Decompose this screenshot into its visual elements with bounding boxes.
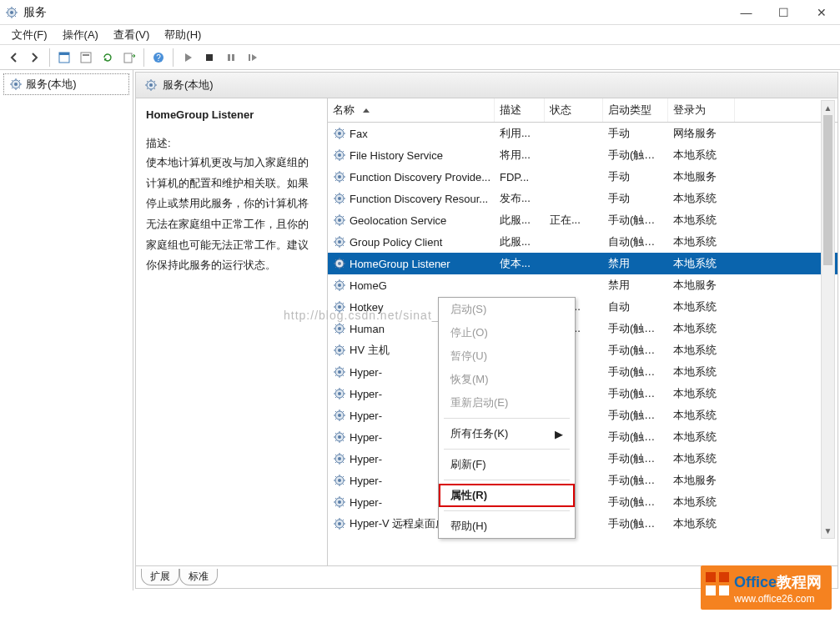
gear-icon bbox=[333, 344, 346, 357]
service-row[interactable]: Hyper- 手动(触发... 本地系统 bbox=[328, 491, 837, 513]
service-logon-cell: 本地系统 bbox=[668, 254, 735, 273]
service-row[interactable]: Fax 利用... 手动 网络服务 bbox=[328, 123, 837, 144]
pause-service-button[interactable] bbox=[221, 48, 241, 68]
column-description[interactable]: 描述 bbox=[495, 98, 545, 122]
service-row[interactable]: Hyper- 手动(触发... 本地系统 bbox=[328, 361, 837, 383]
menu-view[interactable]: 查看(V) bbox=[107, 26, 156, 44]
export-button[interactable] bbox=[119, 48, 139, 68]
service-row[interactable]: HomeG 禁用 本地服务 bbox=[328, 274, 837, 296]
close-button[interactable]: ✕ bbox=[802, 0, 840, 24]
scroll-down-arrow[interactable]: ▼ bbox=[822, 524, 834, 538]
service-name-cell: Human bbox=[350, 323, 385, 335]
service-row[interactable]: Hyper- 手动(触发... 本地系统 bbox=[328, 426, 837, 448]
properties-button[interactable] bbox=[76, 48, 96, 68]
service-name-cell: Function Discovery Resour... bbox=[350, 193, 488, 205]
context-menu-item[interactable]: 属性(R) bbox=[439, 484, 575, 507]
svg-rect-5 bbox=[83, 54, 89, 56]
restart-service-button[interactable] bbox=[243, 48, 263, 68]
column-headers: 名称 描述 状态 启动类型 登录为 bbox=[328, 98, 837, 123]
service-desc-cell: 发布... bbox=[495, 189, 545, 208]
maximize-button[interactable]: ☐ bbox=[765, 0, 802, 24]
scroll-thumb[interactable] bbox=[823, 115, 832, 265]
service-desc-cell: 此服... bbox=[495, 233, 545, 251]
gear-icon bbox=[333, 127, 346, 140]
context-menu-item[interactable]: 帮助(H) bbox=[439, 515, 575, 538]
help-button[interactable]: ? bbox=[148, 48, 169, 68]
service-row[interactable]: Hyper- 手动(触发... 本地系统 bbox=[328, 448, 837, 470]
tree-root-services[interactable]: 服务(本地) bbox=[3, 73, 129, 95]
tab-extended[interactable]: 扩展 bbox=[141, 569, 179, 585]
show-hide-tree-button[interactable] bbox=[54, 48, 74, 68]
stop-service-button[interactable] bbox=[199, 48, 219, 68]
column-state[interactable]: 状态 bbox=[545, 98, 603, 122]
service-logon-cell: 本地系统 bbox=[668, 341, 735, 359]
gear-icon bbox=[333, 365, 346, 379]
service-start-cell: 手动(触发... bbox=[603, 211, 668, 229]
start-service-button[interactable] bbox=[178, 48, 198, 68]
service-logon-cell: 本地系统 bbox=[668, 428, 735, 446]
service-start-cell: 手动 bbox=[603, 168, 668, 186]
service-state-cell bbox=[545, 132, 603, 135]
context-menu-item[interactable]: 刷新(F) bbox=[439, 453, 575, 476]
service-state-cell bbox=[545, 262, 603, 265]
menu-separator bbox=[444, 510, 570, 511]
service-row[interactable]: Hyper-V 远程桌面虚拟化服... 提供... 手动(触发... 本地系统 bbox=[328, 513, 837, 535]
forward-button[interactable] bbox=[25, 48, 45, 68]
window-title: 服务 bbox=[23, 5, 727, 20]
service-logon-cell: 本地服务 bbox=[668, 276, 735, 294]
svg-text:?: ? bbox=[156, 53, 161, 63]
service-name-cell: Fax bbox=[350, 128, 368, 140]
context-menu-item: 重新启动(E) bbox=[439, 391, 575, 415]
gear-icon bbox=[333, 474, 346, 487]
gear-icon bbox=[333, 257, 346, 270]
service-row[interactable]: Hotkey 正在... 自动 本地系统 bbox=[328, 296, 837, 318]
back-button[interactable] bbox=[3, 48, 23, 68]
menu-help[interactable]: 帮助(H) bbox=[158, 26, 208, 44]
column-name[interactable]: 名称 bbox=[328, 98, 495, 122]
service-logon-cell: 本地系统 bbox=[668, 515, 735, 533]
service-start-cell: 手动(触发... bbox=[603, 406, 668, 425]
refresh-button[interactable] bbox=[98, 48, 118, 68]
svg-rect-10 bbox=[228, 54, 230, 61]
context-menu-item: 启动(S) bbox=[439, 298, 575, 321]
tab-standard[interactable]: 标准 bbox=[179, 569, 218, 585]
service-row[interactable]: HV 主机 手动(触发... 本地系统 bbox=[328, 339, 837, 361]
menu-file[interactable]: 文件(F) bbox=[5, 26, 54, 44]
gear-icon bbox=[333, 235, 346, 249]
service-row[interactable]: Function Discovery Resour... 发布... 手动 本地… bbox=[328, 188, 837, 209]
service-row[interactable]: Function Discovery Provide... FDP... 手动 … bbox=[328, 166, 837, 188]
service-row[interactable]: File History Service 将用... 手动(触发... 本地系统 bbox=[328, 144, 837, 166]
services-list[interactable]: 名称 描述 状态 启动类型 登录为 Fax 利用... 手动 网络服务File … bbox=[328, 98, 837, 565]
column-startup[interactable]: 启动类型 bbox=[603, 98, 668, 122]
title-bar: 服务 — ☐ ✕ bbox=[0, 0, 840, 25]
menu-separator bbox=[444, 480, 570, 480]
service-row[interactable]: Hyper- 手动(触发... 本地系统 bbox=[328, 383, 837, 404]
service-start-cell: 禁用 bbox=[603, 254, 668, 273]
service-logon-cell: 本地服务 bbox=[668, 471, 735, 490]
scroll-up-arrow[interactable]: ▲ bbox=[822, 101, 834, 115]
service-row[interactable]: Group Policy Client 此服... 自动(触发... 本地系统 bbox=[328, 231, 837, 253]
column-logon[interactable]: 登录为 bbox=[668, 98, 735, 122]
service-logon-cell: 本地系统 bbox=[668, 493, 735, 511]
service-row[interactable]: Hyper- 手动(触发... 本地系统 bbox=[328, 404, 837, 426]
context-menu-item[interactable]: 所有任务(K)▶ bbox=[439, 422, 575, 445]
service-logon-cell: 本地系统 bbox=[668, 319, 735, 338]
service-row[interactable]: Geolocation Service 此服... 正在... 手动(触发...… bbox=[328, 209, 837, 231]
vertical-scrollbar[interactable]: ▲ ▼ bbox=[821, 100, 835, 539]
service-row[interactable]: Hyper- 手动(触发... 本地服务 bbox=[328, 470, 837, 491]
service-start-cell: 自动(触发... bbox=[603, 233, 668, 251]
menu-action[interactable]: 操作(A) bbox=[56, 26, 105, 44]
console-tree[interactable]: 服务(本地) bbox=[0, 70, 133, 590]
service-start-cell: 手动(触发... bbox=[603, 341, 668, 359]
service-logon-cell: 本地系统 bbox=[668, 146, 735, 164]
service-logon-cell: 本地服务 bbox=[668, 168, 735, 186]
service-row[interactable]: HomeGroup Listener 使本... 禁用 本地系统 bbox=[328, 253, 837, 274]
service-name-cell: Group Policy Client bbox=[350, 236, 442, 249]
service-state-cell bbox=[545, 240, 603, 244]
service-name-cell: Hyper- bbox=[350, 366, 382, 379]
service-row[interactable]: IKE and AuthIP IPsec Kevin IKE... 手动(触发 … bbox=[328, 535, 837, 540]
minimize-button[interactable]: — bbox=[727, 0, 765, 24]
description-label: 描述: bbox=[146, 136, 317, 151]
submenu-arrow-icon: ▶ bbox=[555, 428, 563, 440]
service-row[interactable]: Human 正在... 手动(触发... 本地系统 bbox=[328, 318, 837, 339]
